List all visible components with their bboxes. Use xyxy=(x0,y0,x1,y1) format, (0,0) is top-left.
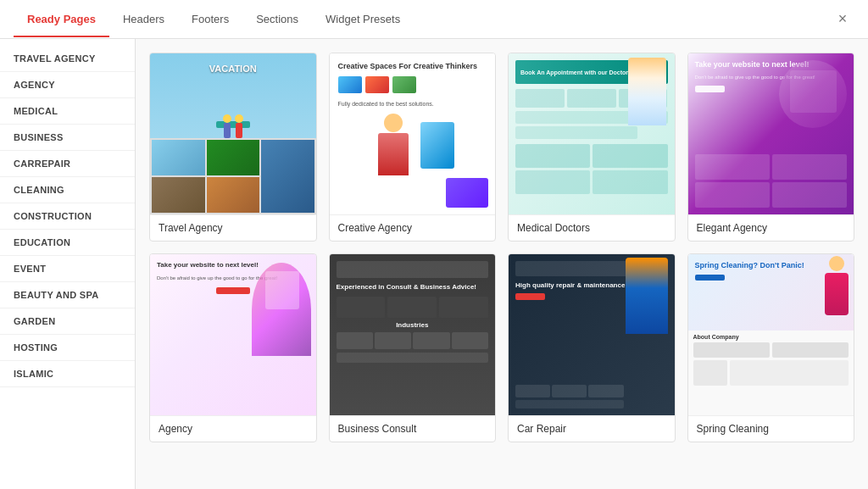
card-medical-doctors[interactable]: Book An Appointment with our Doctors xyxy=(508,53,676,242)
header: Ready Pages Headers Footers Sections Wid… xyxy=(0,0,868,39)
card-preview-cleaning: Spring Cleaning? Don't Panic! About Comp… xyxy=(688,254,854,415)
person-head-1 xyxy=(223,114,231,123)
sidebar-item-islamic[interactable]: ISLAMIC xyxy=(0,361,135,387)
elegant-content: Take your website to next level! Don't b… xyxy=(688,53,854,214)
sidebar-item-construction[interactable]: CONSTRUCTION xyxy=(0,203,135,230)
card-label-cleaning: Spring Cleaning xyxy=(688,415,854,442)
template-grid: VACATION xyxy=(149,53,854,442)
card-agency[interactable]: Take your website to next level! Don't b… xyxy=(149,253,317,442)
card-preview-agency: Take your website to next level! Don't b… xyxy=(150,254,316,415)
carrepair-worker-figure xyxy=(626,258,668,334)
card-preview-carrepair: High quality repair & maintenance xyxy=(509,254,675,415)
person-body-1 xyxy=(224,123,231,138)
sidebar-item-travel-agency[interactable]: TRAVEL AGENCY xyxy=(0,46,135,72)
content-area: VACATION xyxy=(136,39,868,489)
cleaning-person-body xyxy=(825,273,849,315)
travel-hero: VACATION xyxy=(150,53,316,138)
card-preview-elegant: Take your website to next level! Don't b… xyxy=(688,53,854,214)
tab-headers[interactable]: Headers xyxy=(109,3,178,37)
card-travel-agency[interactable]: VACATION xyxy=(149,53,317,242)
card-label-business: Business Consult xyxy=(330,415,496,442)
sidebar-item-beauty-spa[interactable]: BEAUTY AND SPA xyxy=(0,282,135,308)
travel-persons xyxy=(223,114,243,138)
person-head-2 xyxy=(235,114,243,123)
cleaning-about-title: About Company xyxy=(693,334,849,340)
elegant-box-2 xyxy=(772,154,847,180)
elegant-box-3 xyxy=(695,182,770,208)
card-label-medical: Medical Doctors xyxy=(509,214,675,241)
industries-text: Industries xyxy=(337,321,489,329)
card-label-elegant: Elegant Agency xyxy=(688,214,854,241)
tab-footers[interactable]: Footers xyxy=(178,3,242,37)
card-car-repair[interactable]: High quality repair & maintenance xyxy=(508,253,676,442)
medical-content: Book An Appointment with our Doctors xyxy=(509,53,675,214)
cleaning-top-section: Spring Cleaning? Don't Panic! xyxy=(688,254,854,331)
creative-content: Creative Spaces For Creative Thinkers Fu… xyxy=(330,53,496,214)
travel-cell-4 xyxy=(152,177,205,213)
card-spring-cleaning[interactable]: Spring Cleaning? Don't Panic! About Comp… xyxy=(687,253,855,442)
travel-cell-5 xyxy=(207,177,260,213)
agency-cta-btn xyxy=(216,287,250,294)
sidebar-item-garden[interactable]: GARDEN xyxy=(0,308,135,335)
card-preview-travel: VACATION xyxy=(150,53,316,214)
agency-content: Take your website to next level! Don't b… xyxy=(150,254,316,415)
person-1 xyxy=(223,114,231,138)
sidebar: TRAVEL AGENCY AGENCY MEDICAL BUSINESS CA… xyxy=(0,39,136,489)
travel-gallery xyxy=(150,138,316,214)
sidebar-item-education[interactable]: EDUCATION xyxy=(0,230,135,256)
business-title: Experienced in Consult & Business Advice… xyxy=(337,283,489,292)
icon-mobile xyxy=(392,76,416,93)
cleaning-content: Spring Cleaning? Don't Panic! About Comp… xyxy=(688,254,854,415)
card-preview-medical: Book An Appointment with our Doctors xyxy=(509,53,675,214)
card-preview-creative: Creative Spaces For Creative Thinkers Fu… xyxy=(330,53,496,214)
tab-sections[interactable]: Sections xyxy=(242,3,312,37)
medical-doctor-figure xyxy=(628,58,666,125)
carrepair-cta xyxy=(515,293,545,300)
card-elegant-agency[interactable]: Take your website to next level! Don't b… xyxy=(687,53,855,242)
person-2 xyxy=(235,114,243,138)
card-business-consult[interactable]: Experienced in Consult & Business Advice… xyxy=(329,253,497,442)
elegant-box-4 xyxy=(772,182,847,208)
sidebar-item-medical[interactable]: MEDICAL xyxy=(0,98,135,125)
sidebar-item-carrepair[interactable]: CARREPAIR xyxy=(0,151,135,177)
card-creative-agency[interactable]: Creative Spaces For Creative Thinkers Fu… xyxy=(329,53,497,242)
travel-cell-3 xyxy=(261,140,314,213)
card-label-carrepair: Car Repair xyxy=(509,415,675,442)
icon-design xyxy=(365,76,389,93)
creative-sub: Fully dedicated to the best solutions. xyxy=(338,100,487,108)
card-label-travel: Travel Agency xyxy=(150,214,316,241)
icon-web xyxy=(338,76,362,93)
sidebar-item-hosting[interactable]: HOSTING xyxy=(0,335,135,361)
creative-icons xyxy=(338,76,487,93)
tab-widget-presets[interactable]: Widget Presets xyxy=(312,3,414,37)
card-preview-business: Experienced in Consult & Business Advice… xyxy=(330,254,496,415)
vacation-text: VACATION xyxy=(209,64,257,74)
medical-title-text: Book An Appointment with our Doctors xyxy=(520,69,632,75)
cleaning-person-head xyxy=(829,256,844,271)
cleaning-bottom-section: About Company xyxy=(688,331,854,415)
carrepair-content: High quality repair & maintenance xyxy=(509,254,675,415)
elegant-box-1 xyxy=(695,154,770,180)
card-label-agency: Agency xyxy=(150,415,316,442)
tab-ready-pages[interactable]: Ready Pages xyxy=(14,3,109,37)
person-body-2 xyxy=(236,123,242,138)
close-button[interactable]: × xyxy=(831,8,854,31)
creative-title: Creative Spaces For Creative Thinkers xyxy=(338,62,487,71)
travel-cell-1 xyxy=(152,140,205,175)
travel-cell-2 xyxy=(207,140,260,175)
business-content: Experienced in Consult & Business Advice… xyxy=(330,254,496,415)
sidebar-item-event[interactable]: EVENT xyxy=(0,256,135,282)
elegant-grid xyxy=(695,154,848,208)
sidebar-item-agency[interactable]: AGENCY xyxy=(0,72,135,98)
sidebar-item-business[interactable]: BUSINESS xyxy=(0,125,135,151)
sidebar-item-cleaning[interactable]: CLEANING xyxy=(0,177,135,203)
main-layout: TRAVEL AGENCY AGENCY MEDICAL BUSINESS CA… xyxy=(0,39,868,489)
card-label-creative: Creative Agency xyxy=(330,214,496,241)
